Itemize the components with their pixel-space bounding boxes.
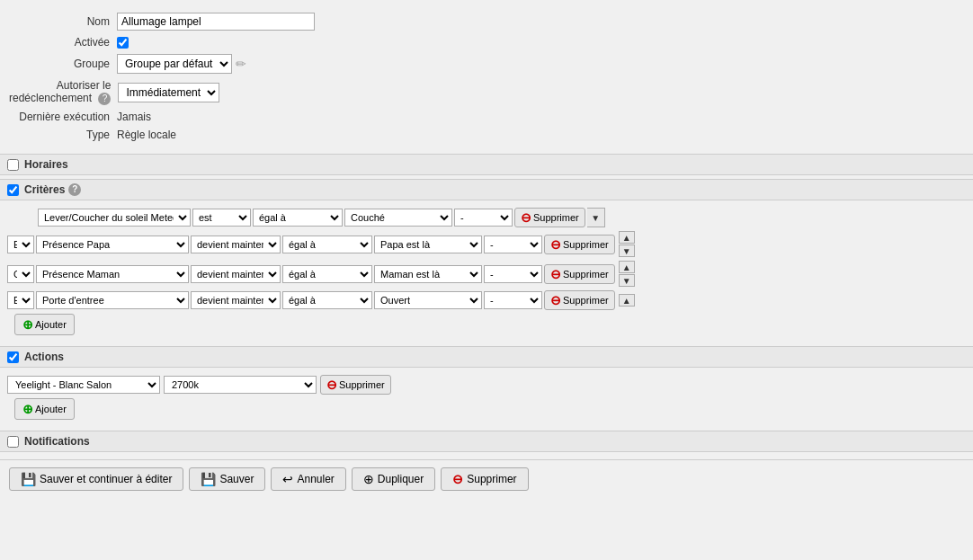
type-value: Règle locale — [117, 129, 176, 141]
action-row-0: Yeelight - Blanc Salon 2700k ⊖ Supprimer — [7, 375, 966, 395]
remove-label-0: Supprimer — [533, 212, 579, 223]
move-btns-3: ▲ — [619, 294, 635, 307]
save-continue-btn[interactable]: 💾 Sauver et continuer à éditer — [9, 467, 183, 491]
criteria-value-select-1[interactable]: Papa est là — [374, 236, 482, 253]
save-icon: 💾 — [201, 472, 216, 486]
criteria-down-2[interactable]: ▼ — [619, 274, 635, 287]
action-device-select-0[interactable]: Yeelight - Blanc Salon — [7, 376, 160, 394]
notifications-checkbox[interactable] — [7, 436, 19, 448]
criteria-remove-btn-0[interactable]: ⊖ Supprimer — [514, 208, 585, 227]
action-remove-btn-0[interactable]: ⊖ Supprimer — [320, 375, 391, 395]
criteria-row-1: Et Ou Présence Papa devient maintenant é… — [7, 231, 966, 257]
criteria-operator-select-3[interactable]: Et Ou — [7, 291, 34, 309]
cancel-icon: ↩ — [282, 472, 293, 486]
duplicate-label: Dupliquer — [378, 473, 424, 485]
criteria-comparator-select-1[interactable]: égal à — [282, 236, 372, 253]
nom-input[interactable] — [117, 13, 315, 31]
criteria-remove-btn-3[interactable]: ⊖ Supprimer — [544, 290, 615, 310]
save-label: Sauver — [219, 473, 254, 485]
criteria-up-3[interactable]: ▲ — [619, 294, 635, 307]
page-container: Nom Activée Groupe Groupe par défaut ✏ A… — [0, 0, 973, 560]
criteria-remove-btn-1[interactable]: ⊖ Supprimer — [544, 235, 615, 254]
criteria-add-icon: ⊕ — [22, 317, 33, 332]
action-value-select-0[interactable]: 2700k — [164, 376, 317, 394]
criteria-condition-select-3[interactable]: devient maintenant — [191, 291, 281, 309]
activee-checkbox[interactable] — [117, 37, 129, 49]
criteria-table: Lever/Coucher du soleil Meteorolo est ég… — [0, 204, 973, 342]
criteria-down-1[interactable]: ▼ — [619, 244, 635, 257]
action-remove-icon-0: ⊖ — [326, 378, 337, 392]
remove-icon-1: ⊖ — [550, 237, 561, 252]
nom-label: Nom — [9, 15, 117, 28]
cancel-btn[interactable]: ↩ Annuler — [271, 467, 345, 491]
activee-label: Activée — [9, 36, 117, 49]
edit-icon[interactable]: ✏ — [236, 57, 246, 71]
criteria-up-1[interactable]: ▲ — [619, 231, 635, 244]
criteria-row-3: Et Ou Porte d'entree devient maintenant … — [7, 290, 966, 310]
actions-section: Yeelight - Blanc Salon 2700k ⊖ Supprimer… — [0, 371, 973, 427]
delete-btn[interactable]: ⊖ Supprimer — [441, 467, 528, 491]
remove-icon-0: ⊖ — [521, 210, 531, 225]
criteria-condition-select-0[interactable]: est — [192, 209, 251, 227]
criteria-field-select-0[interactable]: Lever/Coucher du soleil Meteorolo — [38, 209, 191, 227]
type-row: Type Règle locale — [9, 129, 964, 141]
criteria-extra-select-3[interactable]: - — [484, 291, 542, 309]
autoriser-select[interactable]: Immédiatement — [118, 83, 219, 102]
action-add-btn[interactable]: ⊕ Ajouter — [14, 398, 75, 420]
criteres-section-header[interactable]: Critères ? — [0, 179, 973, 200]
remove-label-3: Supprimer — [563, 295, 609, 306]
criteria-field-select-1[interactable]: Présence Papa — [36, 236, 189, 253]
criteria-down-0[interactable]: ▼ — [587, 208, 605, 227]
criteria-extra-select-1[interactable]: - — [484, 236, 542, 253]
criteria-operator-select-2[interactable]: Ou Et — [7, 265, 34, 283]
save-continue-label: Sauver et continuer à éditer — [40, 473, 172, 485]
criteria-add-btn[interactable]: ⊕ Ajouter — [14, 314, 75, 335]
autoriser-row: Autoriser le redéclenchement ? Immédiate… — [9, 79, 964, 105]
remove-icon-2: ⊖ — [550, 267, 561, 281]
criteria-extra-select-0[interactable]: - — [454, 209, 513, 227]
actions-checkbox[interactable] — [7, 351, 19, 363]
horaires-section-header[interactable]: Horaires — [0, 154, 973, 175]
action-remove-label-0: Supprimer — [339, 379, 385, 390]
notifications-label: Notifications — [24, 435, 90, 448]
criteria-remove-btn-2[interactable]: ⊖ Supprimer — [544, 264, 615, 284]
help-icon[interactable]: ? — [98, 93, 111, 105]
criteria-field-select-3[interactable]: Porte d'entree — [36, 291, 189, 309]
footer-buttons: 💾 Sauver et continuer à éditer 💾 Sauver … — [0, 459, 973, 498]
remove-icon-3: ⊖ — [550, 293, 561, 307]
criteria-value-select-2[interactable]: Maman est là — [374, 265, 482, 283]
groupe-select[interactable]: Groupe par défaut — [117, 54, 232, 74]
criteria-add-label: Ajouter — [35, 319, 67, 330]
criteria-condition-select-1[interactable]: devient maintenant — [191, 236, 281, 253]
horaires-label: Horaires — [24, 158, 68, 171]
autoriser-label: Autoriser le redéclenchement ? — [9, 79, 118, 105]
notifications-section-header[interactable]: Notifications — [0, 431, 973, 452]
criteres-checkbox[interactable] — [7, 184, 19, 196]
criteria-value-select-3[interactable]: Ouvert — [374, 291, 482, 309]
criteria-field-select-2[interactable]: Présence Maman — [36, 265, 189, 283]
horaires-checkbox[interactable] — [7, 159, 19, 171]
actions-label: Actions — [24, 351, 64, 363]
action-add-icon: ⊕ — [22, 402, 33, 416]
criteres-help-icon[interactable]: ? — [68, 183, 81, 196]
duplicate-icon: ⊕ — [363, 472, 374, 486]
criteria-comparator-select-2[interactable]: égal à — [282, 265, 372, 283]
criteria-value-select-0[interactable]: Couché — [344, 209, 452, 227]
remove-label-2: Supprimer — [563, 269, 609, 280]
duplicate-btn[interactable]: ⊕ Dupliquer — [352, 467, 435, 491]
criteria-extra-select-2[interactable]: - — [484, 265, 542, 283]
delete-icon: ⊖ — [452, 472, 463, 486]
criteria-row: Lever/Coucher du soleil Meteorolo est ég… — [7, 208, 966, 227]
save-btn[interactable]: 💾 Sauver — [189, 467, 265, 491]
nom-row: Nom — [9, 13, 964, 31]
criteria-condition-select-2[interactable]: devient maintenant — [191, 265, 281, 283]
save-continue-icon: 💾 — [21, 472, 36, 486]
actions-section-header[interactable]: Actions — [0, 346, 973, 368]
criteria-operator-select-1[interactable]: Et Ou — [7, 236, 34, 253]
derniere-label: Dernière exécution — [9, 111, 117, 123]
cancel-label: Annuler — [297, 473, 334, 485]
criteria-comparator-select-3[interactable]: égal à — [282, 291, 372, 309]
criteria-up-2[interactable]: ▲ — [619, 261, 635, 273]
groupe-row: Groupe Groupe par défaut ✏ — [9, 54, 964, 74]
criteria-comparator-select-0[interactable]: égal à — [253, 209, 343, 227]
